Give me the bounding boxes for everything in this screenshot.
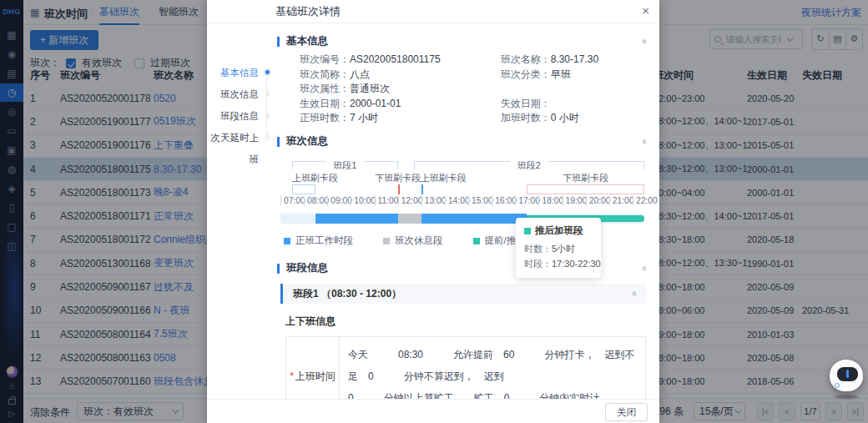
tooltip-hours: 时数：5小时 bbox=[524, 241, 593, 256]
tooltip-period: 时段：17:30-22:30 bbox=[524, 256, 593, 271]
section-basic-info: 基本信息 » bbox=[277, 34, 646, 48]
segment2-label: 班段2 bbox=[510, 159, 548, 172]
field-label: 班次属性： bbox=[300, 83, 350, 94]
section-title: 基本信息 bbox=[286, 34, 328, 48]
anchor-dot bbox=[265, 92, 270, 96]
segment1-bracket: 班段1 bbox=[292, 161, 398, 169]
collapse-icon[interactable]: » bbox=[628, 291, 638, 296]
legend-item-work: 正班工作时段 bbox=[284, 234, 353, 247]
app-window: DHG ▦ ◉ ▤ ◷ ◎ ▭ ▣ ◍ ◈ ▯ ▢ ◫ ☆ ▷ ▦ 班次时间 bbox=[0, 0, 868, 423]
field-value: 八点 bbox=[350, 68, 370, 80]
axis-tick: 14:00 bbox=[445, 195, 470, 206]
checkin2-label: 上班刷卡段 bbox=[421, 172, 467, 184]
robot-eye bbox=[846, 370, 849, 378]
field-label: 班次名称： bbox=[501, 53, 551, 65]
section-marker bbox=[277, 137, 280, 147]
checkout2-label: 下班刷卡段 bbox=[527, 172, 644, 184]
section-marker bbox=[277, 264, 280, 274]
legend-item-rest: 班次休息段 bbox=[383, 234, 443, 247]
anchor-shift-info[interactable]: 班次信息 bbox=[207, 83, 272, 105]
segment2-bracket: 班段2 bbox=[414, 161, 644, 169]
anchor-segment-info[interactable]: 班段信息 bbox=[207, 105, 272, 127]
field-value: AS20200518001175 bbox=[350, 53, 441, 65]
basic-fields: 班次编号：AS20200518001175 班次名称：8.30-17.30 班次… bbox=[300, 54, 646, 123]
bar-segment-work[interactable] bbox=[421, 214, 527, 224]
axis-tick: 20:00 bbox=[586, 195, 611, 206]
field-label: 失效日期： bbox=[501, 98, 551, 109]
axis-tick: 17:00 bbox=[515, 195, 540, 206]
rule-line: 0 分钟以上算旷工， 旷工 0 分钟内实时计 bbox=[348, 387, 637, 399]
section-title: 班段信息 bbox=[286, 261, 328, 275]
work-info-subtitle: 上下班信息 bbox=[285, 315, 646, 329]
anchor-nav: 基本信息 班次信息 班段信息 次天延时上班 bbox=[207, 62, 272, 150]
anchor-dot bbox=[265, 113, 270, 118]
robot-face bbox=[837, 367, 858, 381]
anchor-basic-info[interactable]: 基本信息 bbox=[207, 62, 272, 83]
field-value: 2000-01-01 bbox=[350, 98, 401, 109]
bar-segment-rest[interactable] bbox=[398, 214, 421, 224]
section-title: 班次信息 bbox=[286, 134, 328, 149]
legend-swatch bbox=[284, 238, 290, 244]
field-value: 普通班次 bbox=[350, 83, 390, 94]
checkin-time-rule: 今天 08:30 允许提前 60 分钟打卡， 迟到不足 0 分钟不算迟到， 迟到… bbox=[340, 337, 645, 399]
field-label: 班次简称： bbox=[300, 68, 350, 80]
tooltip-hours-label: 时数： bbox=[524, 244, 552, 254]
axis-tick: 10:00 bbox=[351, 195, 376, 206]
axis-tick: 09:00 bbox=[327, 195, 352, 206]
row-label: 上班时间 bbox=[295, 370, 336, 384]
anchor-label: 班段信息 bbox=[220, 111, 259, 121]
axis-tick: 12:00 bbox=[398, 195, 423, 206]
robot-shadow bbox=[835, 395, 858, 399]
checkout2-swipe-range bbox=[527, 184, 644, 194]
checkin-time-row: * 上班时间 今天 08:30 允许提前 60 分钟打卡， 迟到不足 0 分钟不… bbox=[286, 337, 645, 399]
legend-swatch bbox=[383, 238, 390, 244]
axis-tick: 08:00 bbox=[304, 195, 329, 206]
field-value: 早班 bbox=[551, 68, 571, 80]
collapse-icon[interactable]: » bbox=[638, 138, 648, 144]
field-value: 7 小时 bbox=[350, 112, 378, 123]
segment1-panel: 班段1 （08:30 - 12:00） » 上下班信息 * 上班时间 今天 08… bbox=[280, 284, 646, 399]
modal-title: 基础班次详情 bbox=[275, 0, 341, 23]
segment1-panel-header[interactable]: 班段1 （08:30 - 12:00） » bbox=[280, 284, 646, 304]
overtime-tooltip: 推后加班段 时数：5小时 时段：17:30-22:30 bbox=[516, 218, 601, 278]
checkout1-swipe-tick bbox=[398, 184, 400, 194]
collapse-icon[interactable]: » bbox=[638, 265, 648, 270]
axis-tick: 15:00 bbox=[468, 195, 493, 206]
required-marker: * bbox=[290, 370, 294, 382]
close-icon[interactable]: × bbox=[642, 0, 649, 22]
collapse-icon[interactable]: » bbox=[638, 38, 648, 43]
work-time-table: * 上班时间 今天 08:30 允许提前 60 分钟打卡， 迟到不足 0 分钟不… bbox=[285, 336, 646, 399]
axis-tick: 16:00 bbox=[492, 195, 517, 206]
field-value: 8.30-17.30 bbox=[551, 53, 598, 65]
anchor-next-day-overtime[interactable]: 次天延时上班 bbox=[207, 127, 272, 149]
checkin1-swipe-range bbox=[292, 184, 315, 194]
bar-segment-work[interactable] bbox=[315, 214, 397, 224]
axis-tick: 18:00 bbox=[538, 195, 563, 206]
anchor-dot bbox=[265, 70, 270, 74]
checkin-time-label: * 上班时间 bbox=[286, 337, 340, 399]
checkout1-label: 下班刷卡段 bbox=[375, 172, 421, 184]
field-label: 班次分类： bbox=[501, 68, 551, 80]
section-shift-info: 班次信息 » bbox=[277, 134, 646, 149]
assistant-robot[interactable] bbox=[830, 360, 863, 399]
modal-footer: 关闭 bbox=[207, 399, 659, 423]
field-label: 生效日期： bbox=[300, 98, 350, 109]
tooltip-title: 推后加班段 bbox=[535, 224, 583, 237]
close-button[interactable]: 关闭 bbox=[605, 403, 648, 421]
legend-label: 正班工作时段 bbox=[295, 234, 353, 247]
tooltip-period-label: 时段： bbox=[524, 259, 552, 269]
axis-tick: 19:00 bbox=[563, 195, 588, 206]
modal-header: 基础班次详情 × bbox=[207, 0, 659, 23]
anchor-label: 次天延时上班 bbox=[211, 133, 260, 164]
field-label: 正班时数： bbox=[300, 112, 350, 123]
legend-swatch bbox=[473, 238, 480, 244]
rule-line: 今天 08:30 允许提前 60 分钟打卡， 迟到不足 0 分钟不算迟到， 迟到 bbox=[348, 344, 637, 387]
anchor-dot bbox=[265, 135, 270, 139]
axis-tick: 13:00 bbox=[421, 195, 447, 206]
checkin1-label: 上班刷卡段 bbox=[292, 172, 338, 184]
modal-body: 基本信息 » 班次编号：AS20200518001175 班次名称：8.30-1… bbox=[272, 23, 659, 399]
tooltip-title-row: 推后加班段 bbox=[524, 224, 593, 237]
tooltip-period-value: 17:30-22:30 bbox=[552, 259, 601, 269]
axis-tick: 21:00 bbox=[609, 195, 634, 206]
segment-brackets: 班段1 班段2 bbox=[280, 159, 644, 171]
